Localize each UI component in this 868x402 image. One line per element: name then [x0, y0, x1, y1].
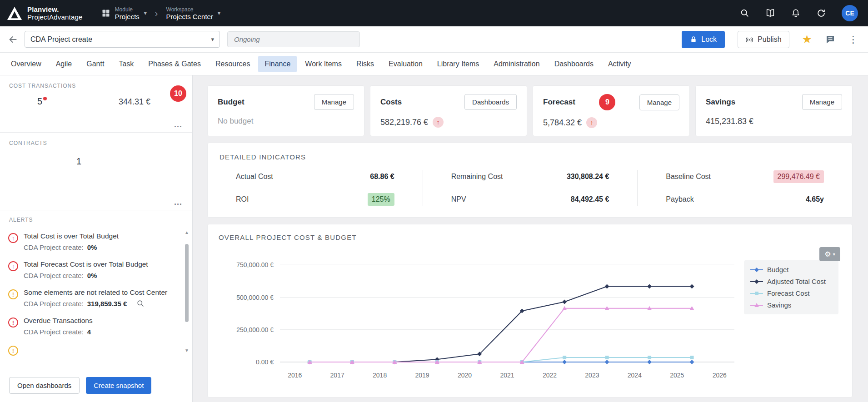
project-header: CDA Project create ▾ Lock Publish ★ ⋮ — [0, 26, 868, 53]
scroll-down-icon[interactable]: ▼ — [185, 348, 189, 353]
tab-gantt[interactable]: Gantt — [80, 56, 110, 72]
more-options-icon[interactable]: ... — [174, 120, 182, 129]
publish-label: Publish — [758, 35, 781, 44]
more-options-icon[interactable]: ... — [174, 198, 182, 207]
alert-item[interactable]: !Overdue TransactionsCDA Project create:… — [0, 312, 192, 340]
contracts-section: CONTRACTS 1 ... — [0, 133, 192, 210]
tab-task[interactable]: Task — [112, 56, 140, 72]
tab-dashboards[interactable]: Dashboards — [548, 56, 600, 72]
favorite-star-icon[interactable]: ★ — [802, 34, 812, 45]
breadcrumb-chevron-icon: › — [155, 8, 158, 19]
library-book-icon[interactable] — [765, 8, 775, 18]
sidebar: COST TRANSACTIONS 10 5 344.31 € ... CONT… — [0, 75, 193, 402]
indicator-npv: NPV84,492.45 € — [451, 193, 609, 206]
chart-legend: BudgetAdjusted Total CostForecast CostSa… — [744, 260, 838, 314]
svg-text:2025: 2025 — [670, 372, 684, 379]
legend-label: Savings — [767, 301, 791, 309]
tab-phases-gates[interactable]: Phases & Gates — [142, 56, 207, 72]
savings-value: 415,231.83 € — [706, 117, 753, 126]
notification-dot — [43, 97, 47, 100]
tab-work-items[interactable]: Work Items — [299, 56, 348, 72]
status-field[interactable] — [227, 31, 360, 47]
publish-button[interactable]: Publish — [738, 31, 789, 48]
summary-cards-row: Budget Manage No budget Costs Dashboards… — [207, 85, 853, 136]
main-finance: Budget Manage No budget Costs Dashboards… — [193, 75, 868, 402]
feedback-icon[interactable] — [825, 34, 836, 45]
alert-body — [24, 345, 27, 356]
savings-card: Savings Manage 415,231.83 € — [695, 85, 853, 136]
notifications-bell-icon[interactable] — [791, 8, 801, 18]
indicator-value: 330,808.24 € — [567, 173, 609, 181]
refresh-icon[interactable] — [816, 8, 826, 18]
svg-text:0.00 €: 0.00 € — [256, 358, 274, 366]
alert-item[interactable]: ! — [0, 340, 192, 359]
alert-arrow-up-icon: ↑ — [8, 261, 18, 271]
lock-button[interactable]: Lock — [682, 31, 725, 48]
tab-resources[interactable]: Resources — [209, 56, 256, 72]
alert-title: Overdue Transactions — [24, 317, 93, 325]
alert-item[interactable]: ↑Total Forecast Cost is over Total Budge… — [0, 256, 192, 284]
savings-manage-button[interactable]: Manage — [802, 94, 842, 110]
tab-activity[interactable]: Activity — [602, 56, 638, 72]
tab-risks[interactable]: Risks — [350, 56, 380, 72]
create-snapshot-button[interactable]: Create snapshot — [86, 377, 151, 394]
tab-administration[interactable]: Administration — [487, 56, 546, 72]
alerts-list: ↑Total Cost is over Total BudgetCDA Proj… — [0, 228, 192, 359]
alert-exclamation-icon: ! — [8, 318, 18, 328]
search-icon[interactable] — [137, 300, 145, 308]
cost-transactions-title: COST TRANSACTIONS — [9, 83, 183, 89]
legend-marker-icon — [750, 291, 763, 296]
legend-item-savings[interactable]: Savings — [750, 301, 832, 309]
indicators-grid: Actual Cost68.86 €ROI125%Remaining Cost3… — [208, 170, 852, 206]
workspace-selector[interactable]: Workspace Projects Center ▾ — [166, 6, 220, 20]
svg-text:2017: 2017 — [330, 372, 344, 379]
forecast-badge[interactable]: 9 — [599, 94, 615, 110]
indicator-label: NPV — [451, 195, 466, 203]
svg-text:2020: 2020 — [458, 372, 472, 379]
tab-overview[interactable]: Overview — [5, 56, 48, 72]
cost-transactions-count[interactable]: 5 — [37, 96, 47, 107]
alert-item[interactable]: !Some elements are not related to Cost C… — [0, 284, 192, 312]
project-select[interactable]: CDA Project create ▾ — [25, 31, 220, 48]
scroll-up-icon[interactable]: ▲ — [185, 230, 189, 235]
legend-item-forecast-cost[interactable]: Forecast Cost — [750, 289, 832, 297]
legend-marker-icon — [750, 267, 763, 273]
kebab-menu-icon[interactable]: ⋮ — [848, 35, 858, 44]
planview-logo-icon — [6, 6, 23, 21]
contracts-count[interactable]: 1 — [76, 156, 183, 167]
trend-up-icon: ↑ — [433, 117, 444, 128]
cost-transactions-amount[interactable]: 344.31 € — [119, 97, 150, 107]
chevron-down-icon: ▾ — [144, 10, 147, 16]
chart-settings-button[interactable]: ⚙ ▾ — [819, 247, 840, 261]
legend-item-adjusted-total-cost[interactable]: Adjusted Total Cost — [750, 278, 832, 285]
tab-finance[interactable]: Finance — [258, 56, 297, 72]
tab-agile[interactable]: Agile — [50, 56, 79, 72]
module-selector[interactable]: Module Projects ▾ — [101, 6, 147, 20]
costs-dashboards-button[interactable]: Dashboards — [464, 94, 517, 110]
tab-library-items[interactable]: Library Items — [431, 56, 485, 72]
user-avatar[interactable]: CE — [842, 5, 858, 21]
savings-card-title: Savings — [706, 98, 735, 107]
alert-item[interactable]: ↑Total Cost is over Total BudgetCDA Proj… — [0, 228, 192, 256]
budget-manage-button[interactable]: Manage — [314, 94, 354, 110]
scrollbar-thumb[interactable] — [185, 244, 189, 322]
scrollbar-track[interactable] — [184, 235, 190, 348]
alert-title: Total Cost is over Total Budget — [24, 232, 119, 240]
brand-logo[interactable]: Planview. ProjectAdvantage — [6, 5, 83, 21]
legend-item-budget[interactable]: Budget — [750, 266, 832, 273]
alert-project-label: CDA Project create: — [24, 300, 84, 308]
search-icon[interactable] — [740, 8, 750, 18]
chart-area: 0.00 €250,000.00 €500,000.00 €750,000.00… — [219, 247, 841, 383]
forecast-manage-button[interactable]: Manage — [639, 94, 679, 110]
tab-evaluation[interactable]: Evaluation — [382, 56, 429, 72]
back-arrow-icon[interactable] — [8, 35, 18, 45]
indicator-value: 84,492.45 € — [571, 195, 609, 203]
alert-title: Total Forecast Cost is over Total Budget — [24, 260, 148, 268]
alerts-title: ALERTS — [0, 217, 192, 223]
cost-transactions-badge[interactable]: 10 — [170, 85, 186, 102]
chevron-down-icon: ▾ — [218, 10, 220, 16]
open-dashboards-button[interactable]: Open dashboards — [9, 377, 80, 394]
alerts-scrollbar[interactable]: ▲ ▼ — [184, 230, 190, 353]
costs-card-title: Costs — [380, 98, 402, 107]
indicator-label: ROI — [236, 195, 249, 203]
